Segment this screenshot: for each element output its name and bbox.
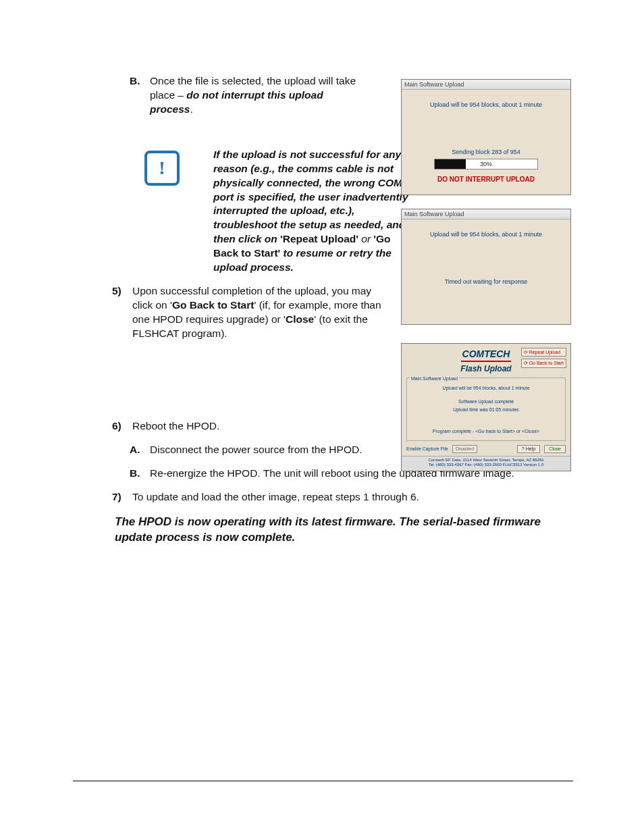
warning-text: DO NOT INTERRUPT UPLOAD [402,175,570,184]
screenshot-upload-timeout: Main Software Upload Upload will be 954 … [401,209,571,325]
final-statement: The HPOD is now operating with its lates… [115,515,570,546]
progress-percent: 30% [435,159,537,169]
text: Go Back to Start [172,299,254,311]
comtech-logo: COMTECH [461,348,512,362]
status-line: Timed out waiting for response [402,278,570,286]
help-button[interactable]: ? Help [517,445,540,452]
right-buttons: ⟳ Repeat Upload ⟳ Go Back to Start [521,348,566,368]
label: Go Back to Start [529,361,564,365]
progress-bar: 30% [434,159,538,170]
footer-info: Comtech EF Data, 2114 West Seventh Stree… [402,456,570,470]
close-button[interactable]: Close [544,445,566,452]
footer-line: Comtech EF Data, 2114 West Seventh Stree… [402,458,570,463]
panel-title: Main Software Upload [410,375,459,382]
step-b-text: Once the file is selected, the upload wi… [150,74,366,117]
note-text: If the upload is not successful for any … [213,148,409,275]
step5-text: Upon successful completion of the upload… [132,284,382,341]
status-line: Upload will be 954 blocks, about 1 minut… [402,230,570,238]
screenshot-flash-upload: COMTECH Flash Upload ⟳ Repeat Upload ⟳ G… [401,343,571,471]
bottom-bar: Enable Capture File Disabled ? Help Clos… [406,445,566,452]
capture-file-label: Enable Capture File [406,446,448,452]
text: Close [286,313,314,325]
text: If the upload is not successful for any … [213,149,408,245]
repeat-upload-button[interactable]: ⟳ Repeat Upload [521,348,566,357]
page: B. Once the file is selected, the upload… [0,0,644,834]
text: or [358,233,373,244]
footer-line: Tel: (480) 333-4367 Fax: (480) 333-2500 … [402,463,570,468]
list-marker-5: 5) [112,284,132,298]
go-back-button[interactable]: ⟳ Go Back to Start [521,359,566,367]
text: 'Repeat Upload' [280,233,358,244]
status-panel: Main Software Upload Upload will be 954 … [406,377,566,441]
screenshot-upload-progress: Main Software Upload Upload will be 954 … [401,79,571,195]
list-marker-a: A. [130,443,150,457]
list-marker-6: 6) [112,419,132,434]
capture-file-state: Disabled [452,445,477,452]
alert-icon-cell: ! [142,148,182,186]
alert-icon: ! [144,151,180,186]
status-line: Software Upload complete [407,398,565,405]
status-line: Upload will be 954 blocks, about 1 minut… [407,385,565,391]
status-line: Sending block 283 of 954 [402,148,570,156]
list-marker-b2: B. [130,467,150,481]
window-title: Main Software Upload [402,80,570,90]
step7-text: To update and load the other image, repe… [132,490,570,504]
footer-rule [73,781,573,781]
exclamation-icon: ! [159,159,165,178]
text: . [190,103,192,115]
label: Repeat Upload [529,350,561,355]
status-line: Program complete - <Go back to Start> or… [407,428,565,434]
list-marker-b: B. [130,74,150,88]
status-line: Upload will be 954 blocks, about 1 minut… [402,101,570,109]
window-title: Main Software Upload [402,209,570,219]
status-line: Upload time was 01:05 minutes [407,407,565,413]
list-marker-7: 7) [112,490,132,504]
